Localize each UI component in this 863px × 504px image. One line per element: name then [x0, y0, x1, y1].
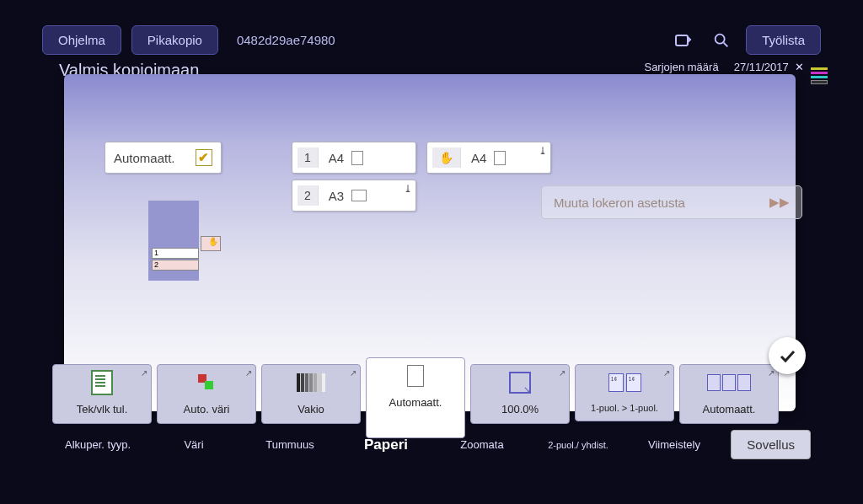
cat-finish: Viimeistely: [629, 438, 720, 451]
density-value: Vakio: [265, 400, 356, 418]
bypass-tray-button[interactable]: ✋ A4 ⤓: [426, 142, 551, 174]
cat-zoom: Zoomata: [437, 438, 528, 451]
cat-original: Alkuper. tyyp.: [52, 438, 143, 451]
application-button[interactable]: Sovellus: [731, 430, 811, 459]
finishing-icon: [707, 374, 751, 391]
duplex-tile[interactable]: ↗ 1-puol. > 1-puol.: [575, 364, 674, 421]
hand-icon: ✋: [432, 147, 461, 168]
expand-icon: ↗: [245, 368, 252, 378]
portrait-icon: [351, 151, 363, 165]
search-icon[interactable]: [707, 26, 736, 55]
serial-number: 0482d29ae74980: [228, 28, 344, 52]
expand-icon: ↗: [559, 368, 566, 378]
expand-icon: ↗: [141, 368, 147, 378]
status-date: 27/11/2017: [734, 61, 789, 73]
tray-1-button[interactable]: 1 A4: [292, 142, 416, 174]
supply-indicator: [811, 66, 828, 86]
paper-value: Automaatt.: [370, 394, 461, 411]
tray-1-size: A4: [324, 151, 344, 165]
original-type-value: Tek/vlk tul.: [56, 400, 147, 418]
quickcopy-button[interactable]: Pikakopio: [131, 25, 218, 55]
tray-2-size: A3: [324, 189, 344, 203]
cat-color: Väri: [148, 438, 239, 451]
svg-point-1: [716, 34, 725, 43]
landscape-icon: [351, 190, 367, 201]
change-tray-settings-button[interactable]: Muuta lokeron asetusta ▶▶: [541, 185, 802, 219]
svg-rect-0: [676, 35, 688, 46]
cat-duplex: 2-puol./ yhdist.: [533, 440, 624, 450]
density-tile[interactable]: ↗ Vakio: [261, 364, 361, 424]
density-icon: [297, 373, 325, 392]
count-label: Sarjojen määrä: [644, 61, 718, 73]
zoom-value: 100.0%: [474, 400, 566, 418]
color-tile[interactable]: ↗ Auto. väri: [157, 364, 256, 424]
expand-icon: ↗: [768, 368, 775, 378]
portrait-icon: [494, 151, 506, 165]
duplex-value: 1-puol. > 1-puol.: [579, 400, 670, 416]
color-value: Auto. väri: [161, 400, 252, 418]
cat-density: Tummuus: [244, 438, 335, 451]
finishing-value: Automaatt.: [683, 400, 775, 418]
finishing-tile[interactable]: ↗ Automaatt.: [679, 364, 779, 424]
paper-tile[interactable]: Automaatt.: [366, 357, 465, 438]
duplex-icon: [608, 373, 641, 392]
page-icon: [407, 365, 424, 387]
document-icon: [91, 370, 113, 395]
zoom-tile[interactable]: ↗ 100.0%: [470, 364, 570, 424]
diagram-tray-2: 2: [152, 260, 199, 271]
forward-icon: ▶▶: [769, 195, 790, 210]
auto-paper-button[interactable]: Automaatt. ✔: [105, 142, 222, 174]
download-icon: ⤓: [404, 183, 412, 195]
program-button[interactable]: Ohjelma: [42, 25, 121, 55]
tray-2-button[interactable]: 2 A3 ⤓: [292, 180, 416, 212]
printer-diagram: 1 2: [148, 201, 224, 285]
ok-button[interactable]: [769, 337, 806, 374]
bypass-size: A4: [466, 151, 486, 165]
original-type-tile[interactable]: ↗ Tek/vlk tul.: [52, 364, 152, 424]
tray-number: 1: [297, 147, 319, 168]
auto-paper-label: Automaatt.: [114, 151, 175, 165]
diagram-tray-1: 1: [152, 248, 199, 259]
download-icon: ⤓: [539, 145, 547, 157]
joblist-button[interactable]: Työlista: [746, 25, 821, 55]
check-icon: ✔: [196, 149, 212, 166]
color-icon: [198, 374, 215, 391]
change-tray-label: Muuta lokeron asetusta: [554, 196, 685, 210]
zoom-icon: [509, 372, 531, 394]
expand-icon: ↗: [350, 368, 356, 378]
preview-icon[interactable]: [668, 26, 697, 55]
expand-icon: ↗: [663, 368, 670, 378]
diagram-bypass: [201, 236, 221, 251]
tray-number: 2: [297, 185, 319, 206]
cat-paper: Paperi: [340, 437, 432, 453]
